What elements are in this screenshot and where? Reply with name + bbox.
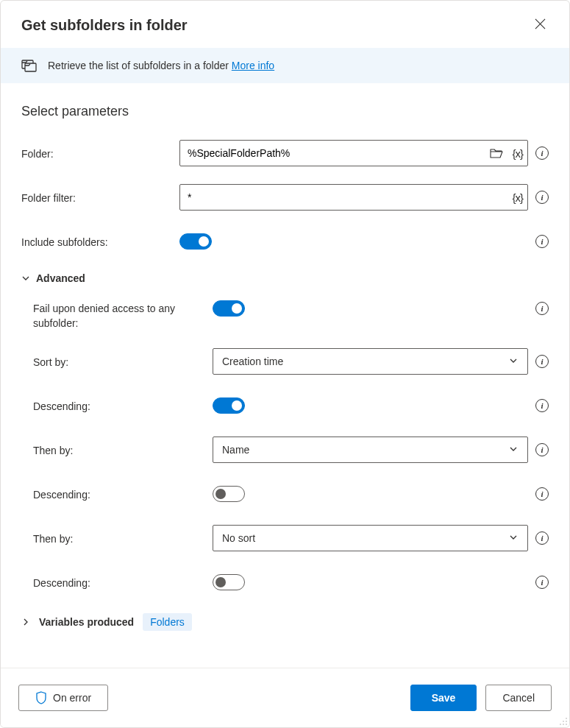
info-button[interactable]: i bbox=[535, 355, 549, 368]
info-button[interactable]: i bbox=[535, 399, 549, 412]
insert-variable-button[interactable]: {x} bbox=[507, 147, 527, 160]
info-button[interactable]: i bbox=[535, 576, 549, 589]
svg-point-2 bbox=[566, 718, 567, 719]
info-button[interactable]: i bbox=[535, 191, 549, 204]
folder-label: Folder: bbox=[21, 146, 179, 160]
close-icon bbox=[535, 18, 546, 29]
descending2-label: Descending: bbox=[21, 487, 190, 501]
then-by2-value: No sort bbox=[222, 532, 255, 544]
fail-access-row: Fail upon denied access to any subfolder… bbox=[21, 300, 549, 331]
svg-point-6 bbox=[563, 724, 564, 725]
variable-icon: {x} bbox=[512, 191, 523, 204]
descending3-toggle[interactable] bbox=[213, 574, 245, 590]
banner-text: Retrieve the list of subfolders in a fol… bbox=[48, 60, 274, 71]
then-by2-label: Then by: bbox=[21, 531, 190, 545]
descending2-row: Descending: i bbox=[21, 481, 549, 507]
then-by1-value: Name bbox=[222, 444, 249, 456]
dialog-footer: On error Save Cancel bbox=[1, 668, 569, 727]
folder-filter-input-wrapper: {x} bbox=[179, 184, 528, 211]
on-error-button[interactable]: On error bbox=[18, 685, 108, 711]
then-by1-row: Then by: Name i bbox=[21, 437, 549, 463]
descending3-label: Descending: bbox=[21, 576, 190, 589]
include-subfolders-row: Include subfolders: i bbox=[21, 228, 549, 255]
dialog-header: Get subfolders in folder bbox=[1, 1, 569, 48]
folder-filter-row: Folder filter: {x} i bbox=[21, 184, 549, 211]
cancel-button[interactable]: Cancel bbox=[485, 685, 552, 711]
folder-input[interactable] bbox=[180, 141, 485, 166]
sort-by-select[interactable]: Creation time bbox=[213, 348, 528, 375]
svg-point-5 bbox=[560, 724, 561, 725]
folder-stack-icon bbox=[21, 58, 38, 73]
fail-access-label: Fail upon denied access to any subfolder… bbox=[21, 300, 190, 331]
descending3-row: Descending: i bbox=[21, 569, 549, 596]
dialog-content: Select parameters Folder: {x} i Folder f… bbox=[1, 83, 569, 658]
browse-folder-button[interactable] bbox=[485, 148, 507, 158]
svg-rect-1 bbox=[25, 63, 36, 71]
save-button[interactable]: Save bbox=[410, 685, 477, 711]
info-button[interactable]: i bbox=[535, 235, 549, 248]
info-button[interactable]: i bbox=[535, 302, 549, 315]
advanced-block: Fail upon denied access to any subfolder… bbox=[21, 300, 549, 596]
descending1-toggle[interactable] bbox=[213, 397, 245, 414]
more-info-link[interactable]: More info bbox=[232, 60, 274, 71]
fail-access-toggle[interactable] bbox=[213, 300, 245, 317]
variable-icon: {x} bbox=[512, 147, 523, 160]
chevron-down-icon bbox=[508, 532, 519, 545]
sort-by-row: Sort by: Creation time i bbox=[21, 348, 549, 375]
then-by2-row: Then by: No sort i bbox=[21, 525, 549, 551]
info-button[interactable]: i bbox=[535, 146, 549, 160]
open-folder-icon bbox=[490, 148, 503, 158]
then-by1-select[interactable]: Name bbox=[213, 437, 528, 463]
folder-input-wrapper: {x} bbox=[179, 140, 528, 166]
svg-point-7 bbox=[566, 724, 567, 725]
svg-point-3 bbox=[563, 721, 564, 722]
shield-icon bbox=[35, 691, 47, 704]
info-button[interactable]: i bbox=[535, 487, 549, 501]
info-button[interactable]: i bbox=[535, 531, 549, 545]
dialog-title: Get subfolders in folder bbox=[21, 17, 188, 34]
descending1-row: Descending: i bbox=[21, 392, 549, 419]
include-subfolders-label: Include subfolders: bbox=[21, 235, 179, 248]
advanced-expander[interactable]: Advanced bbox=[21, 272, 549, 284]
folder-row: Folder: {x} i bbox=[21, 140, 549, 166]
insert-variable-button[interactable]: {x} bbox=[507, 191, 527, 204]
folder-filter-input[interactable] bbox=[180, 185, 507, 210]
resize-grip-icon[interactable] bbox=[559, 717, 568, 726]
svg-point-4 bbox=[566, 721, 567, 722]
descending2-toggle[interactable] bbox=[213, 486, 245, 502]
variables-produced-label[interactable]: Variables produced bbox=[39, 616, 134, 628]
info-button[interactable]: i bbox=[535, 443, 549, 456]
advanced-label: Advanced bbox=[36, 272, 85, 284]
chevron-down-icon bbox=[508, 444, 519, 456]
include-subfolders-toggle[interactable] bbox=[179, 233, 212, 250]
folder-filter-label: Folder filter: bbox=[21, 191, 179, 204]
sort-by-value: Creation time bbox=[222, 356, 283, 367]
then-by1-label: Then by: bbox=[21, 443, 190, 456]
chevron-right-icon[interactable] bbox=[21, 618, 30, 626]
section-title: Select parameters bbox=[21, 104, 549, 119]
chevron-down-icon bbox=[508, 356, 519, 368]
variable-tag[interactable]: Folders bbox=[143, 613, 192, 631]
description-banner: Retrieve the list of subfolders in a fol… bbox=[1, 48, 569, 83]
then-by2-select[interactable]: No sort bbox=[213, 525, 528, 551]
descending1-label: Descending: bbox=[21, 399, 190, 412]
sort-by-label: Sort by: bbox=[21, 355, 190, 368]
close-button[interactable] bbox=[532, 15, 549, 35]
chevron-down-icon bbox=[21, 274, 30, 283]
variables-produced-row: Variables produced Folders bbox=[21, 613, 549, 631]
